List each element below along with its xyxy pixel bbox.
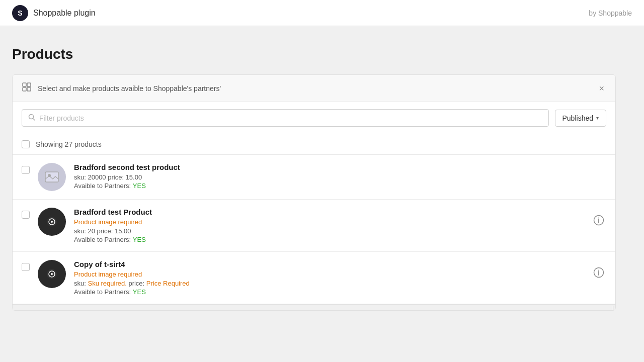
logo-icon: S	[12, 5, 28, 21]
product-info-2: Bradford test Product Product image requ…	[74, 208, 583, 243]
published-label: Published	[562, 114, 594, 122]
table-row: Bradford second test product sku: 20000 …	[13, 155, 615, 200]
product-checkbox-1[interactable]	[22, 166, 30, 174]
main-content: Products Select and make products avaibl…	[0, 26, 644, 323]
published-filter-button[interactable]: Published ▾	[555, 110, 607, 127]
product-partners-1: Avaible to Partners: YES	[74, 182, 606, 190]
product-name-2: Bradford test Product	[74, 208, 583, 216]
product-info-3: Copy of t-sirt4 Product image required s…	[74, 260, 583, 296]
product-name-1: Bradford second test product	[74, 163, 606, 171]
select-all-checkbox[interactable]	[22, 140, 30, 148]
product-name-3: Copy of t-sirt4	[74, 260, 583, 268]
product-warning-3: Product image required	[74, 270, 583, 278]
products-panel: Select and make products avaible to Shop…	[12, 74, 616, 311]
info-button-3[interactable]	[591, 265, 606, 283]
product-warning-2: Product image required	[74, 218, 583, 226]
product-image-2	[38, 208, 66, 236]
header-byline: by Shoppable	[589, 9, 632, 17]
scroll-area	[13, 304, 615, 310]
product-sku-price-3: sku: Sku required. price: Price Required	[74, 280, 583, 287]
scroll-indicator	[613, 306, 613, 310]
product-checkbox-3[interactable]	[22, 263, 30, 271]
product-checkbox-2[interactable]	[22, 211, 30, 219]
search-icon	[28, 114, 35, 122]
page-title: Products	[12, 46, 632, 62]
showing-row: Showing 27 products	[13, 134, 615, 155]
search-input[interactable]	[39, 114, 542, 122]
sku-required-3: Sku required.	[88, 280, 126, 287]
price-required-3: Price Required	[146, 280, 190, 287]
svg-point-16	[51, 273, 53, 275]
svg-point-10	[51, 221, 53, 223]
close-banner-button[interactable]: ×	[597, 84, 606, 93]
svg-rect-2	[23, 87, 26, 91]
product-partners-2: Avaible to Partners: YES	[74, 236, 583, 243]
banner-icon	[22, 82, 32, 95]
product-sku-price-2: sku: 20 price: 15.00	[74, 227, 583, 235]
product-sku-price-1: sku: 20000 price: 15.00	[74, 173, 606, 181]
table-row: Copy of t-sirt4 Product image required s…	[13, 252, 615, 304]
svg-point-13	[598, 218, 599, 219]
info-button-2[interactable]	[591, 213, 606, 230]
product-image-1	[38, 163, 66, 191]
svg-rect-0	[23, 83, 26, 86]
showing-count: Showing 27 products	[36, 140, 102, 148]
product-image-3	[38, 260, 66, 288]
chevron-down-icon: ▾	[596, 115, 599, 121]
product-partners-3: Avaible to Partners: YES	[74, 288, 583, 296]
partners-value-1: YES	[133, 182, 146, 190]
search-row: Published ▾	[13, 102, 615, 134]
svg-line-5	[33, 119, 35, 121]
header-left: S Shoppable plugin	[12, 5, 96, 21]
info-banner: Select and make products avaible to Shop…	[13, 75, 615, 102]
partners-value-2: YES	[133, 236, 146, 243]
banner-left: Select and make products avaible to Shop…	[22, 82, 221, 95]
banner-text: Select and make products avaible to Shop…	[38, 84, 221, 93]
product-info-1: Bradford second test product sku: 20000 …	[74, 163, 606, 190]
svg-rect-3	[27, 87, 31, 91]
table-row: Bradford test Product Product image requ…	[13, 200, 615, 252]
app-title: Shoppable plugin	[33, 9, 96, 18]
app-header: S Shoppable plugin by Shoppable	[0, 0, 644, 26]
svg-rect-1	[27, 83, 31, 86]
search-box	[22, 109, 549, 127]
svg-point-19	[598, 270, 599, 271]
partners-value-3: YES	[133, 288, 146, 296]
